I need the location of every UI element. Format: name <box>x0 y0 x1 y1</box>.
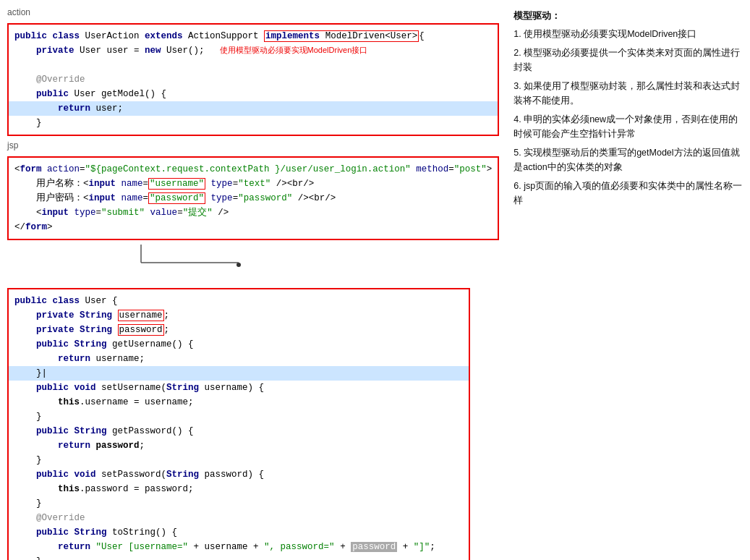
user-line9: } <box>14 410 463 424</box>
user-line7: public void setUsername(String username)… <box>14 381 463 395</box>
implements-highlight: implements ModelDriven<User> <box>264 30 419 42</box>
action-line6: return user; <box>9 101 498 116</box>
action-label: action <box>7 7 499 17</box>
jsp-val-action: "${pageContext.request.contextPath }/use… <box>85 164 411 174</box>
user-line16: @Override <box>14 511 463 525</box>
jsp-line1: <form action="${pageContext.request.cont… <box>14 162 492 177</box>
jsp-line3: 用户密码：<input name="password" type="passwo… <box>14 191 492 205</box>
action-line7: } <box>14 116 492 130</box>
note-item-6: jsp页面的输入项的值必须要和实体类中的属性名称一样 <box>514 179 743 208</box>
user-line19: } <box>14 554 463 560</box>
action-line4: @Override <box>14 72 492 87</box>
kw-extends: extends <box>145 31 183 41</box>
notes-title: 模型驱动： <box>514 7 743 24</box>
user-line12: } <box>14 453 463 467</box>
jsp-line5: </form> <box>14 220 492 234</box>
action-line3 <box>14 58 492 72</box>
user-line2: private String username; <box>14 308 463 323</box>
page-container: action public class UserAction extends A… <box>7 7 743 560</box>
user-class-box: public class User { private String usern… <box>7 288 470 560</box>
notes-list: 使用模型驱动必须要实现ModelDriven接口 模型驱动必须要提供一个实体类来… <box>514 27 743 208</box>
at-override: @Override <box>36 75 85 85</box>
password-hl: "password" <box>148 192 205 204</box>
user-line15: } <box>14 496 463 511</box>
note-item-1: 使用模型驱动必须要实现ModelDriven接口 <box>514 27 743 41</box>
user-line14: this.password = password; <box>14 482 463 496</box>
jsp-label: jsp <box>7 140 499 150</box>
top-row: action public class UserAction extends A… <box>7 7 743 281</box>
jsp-line4: <input type="submit" value="提交" /> <box>14 205 492 220</box>
user-line17: public String toString() { <box>14 525 463 540</box>
note-item-2: 模型驱动必须要提供一个实体类来对页面的属性进行封装 <box>514 46 743 75</box>
jsp-code-box: <form action="${pageContext.request.cont… <box>7 156 499 240</box>
jsp-line2: 用户名称：<input name="username" type="text" … <box>14 177 492 191</box>
jsp-attr-method: method <box>416 164 448 174</box>
connector-svg <box>7 245 470 281</box>
user-line4: public String getUsername() { <box>14 337 463 352</box>
username-hl: "username" <box>148 178 205 190</box>
action-line5: public User getModel() { <box>14 87 492 101</box>
action-code-box: public class UserAction extends ActionSu… <box>7 23 499 136</box>
note-item-4: 申明的实体必须new成一个对象使用，否则在使用的时候可能会产生空指针计异常 <box>514 112 743 141</box>
kw-implements: implements <box>265 31 320 41</box>
user-line11: return password; <box>14 438 463 453</box>
action-line1: public class UserAction extends ActionSu… <box>14 29 492 43</box>
note-item-3: 如果使用了模型驱动封装，那么属性封装和表达式封装将不能使用。 <box>514 79 743 108</box>
note-item-5: 实现模型驱动后的类重写的getModel方法的返回值就是action中的实体类的… <box>514 145 743 174</box>
password-highlight: password <box>351 542 397 552</box>
user-line18: return "User [username=" + username + ",… <box>14 540 463 554</box>
left-panels: action public class UserAction extends A… <box>7 7 499 281</box>
kw-new: new <box>145 46 161 56</box>
jsp-val-method: "post" <box>454 164 487 174</box>
arrow-connector <box>7 245 470 281</box>
user-line10: public String getPassword() { <box>14 424 463 438</box>
user-line5: return username; <box>14 352 463 366</box>
user-line6: }| <box>9 366 469 381</box>
kw-private: private <box>36 46 74 56</box>
action-line2: private User user = new User(); 使用模型驱动必须… <box>14 43 492 58</box>
user-line13: public void setPassword(String password)… <box>14 467 463 482</box>
annotation-new: 使用模型驱动必须要实现ModelDriven接口 <box>220 46 368 54</box>
user-line8: this.username = username; <box>14 395 463 410</box>
kw-pub2: public <box>36 89 69 99</box>
jsp-attr-action: action <box>47 164 80 174</box>
notes-panel: 模型驱动： 使用模型驱动必须要实现ModelDriven接口 模型驱动必须要提供… <box>510 7 743 212</box>
svg-point-2 <box>236 263 241 267</box>
kw-class: class <box>53 31 80 41</box>
user-line1: public class User { <box>14 294 463 308</box>
kw-public: public <box>14 31 47 41</box>
user-line3: private String password; <box>14 323 463 337</box>
kw-return: return <box>58 103 90 114</box>
